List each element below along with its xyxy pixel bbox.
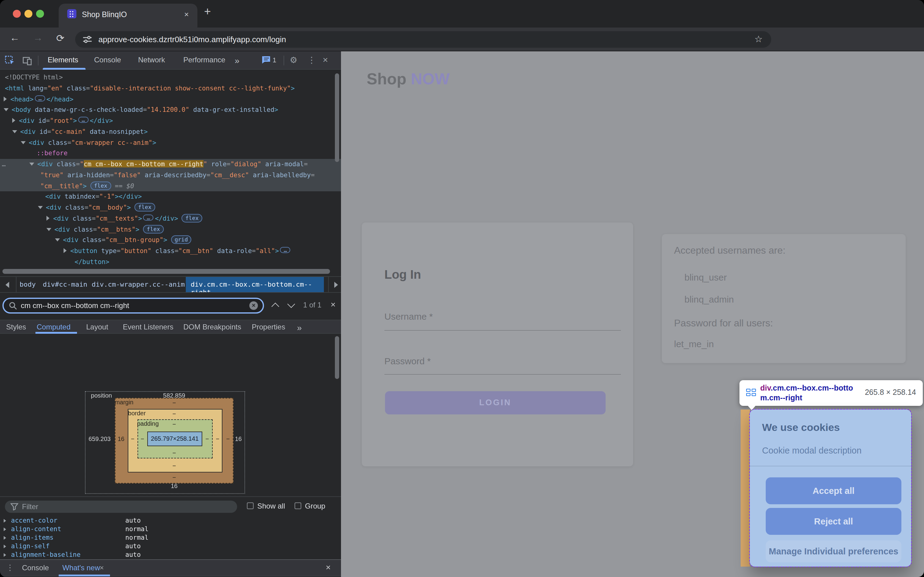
breadcrumb-body[interactable]: body: [19, 280, 36, 288]
expand-arrow-icon[interactable]: [4, 96, 7, 101]
collapse-arrow-icon[interactable]: [55, 239, 60, 242]
devtools-tab-console[interactable]: Console: [94, 56, 121, 64]
flex-badge[interactable]: flex: [182, 214, 202, 222]
group-checkbox[interactable]: [295, 503, 301, 509]
devtools-settings-icon[interactable]: ⚙: [290, 55, 297, 65]
tab-computed[interactable]: Computed: [37, 323, 71, 331]
inspect-element-icon[interactable]: [5, 56, 15, 66]
search-input[interactable]: cm cm--box cm--bottom cm--right ×: [2, 298, 264, 314]
bookmark-star-icon[interactable]: ☆: [754, 34, 763, 45]
new-tab-button[interactable]: +: [204, 5, 211, 18]
traffic-minimize-button[interactable]: [24, 10, 32, 18]
search-query[interactable]: cm cm--box cm--bottom cm--right: [21, 301, 129, 310]
collapse-arrow-icon[interactable]: [38, 206, 43, 209]
url-text[interactable]: approve-cookies.dzrtr0k51i0mo.amplifyapp…: [98, 35, 286, 44]
flex-badge[interactable]: flex: [90, 181, 111, 190]
tab-layout[interactable]: Layout: [86, 323, 108, 331]
password-field[interactable]: Password *: [385, 356, 431, 366]
traffic-zoom-button[interactable]: [36, 10, 44, 18]
reject-all-button[interactable]: Reject all: [766, 508, 901, 535]
drawer-tab-whats-new[interactable]: What's new: [62, 564, 100, 572]
collapse-arrow-icon[interactable]: [4, 108, 8, 111]
tab-styles[interactable]: Styles: [6, 323, 26, 331]
collapse-arrow-icon[interactable]: [29, 163, 34, 166]
expand-dots-icon[interactable]: …: [78, 117, 89, 123]
collapse-arrow-icon[interactable]: [47, 228, 52, 231]
group-label[interactable]: Group: [305, 502, 325, 510]
breadcrumb-cc-main[interactable]: div#cc-main: [43, 280, 87, 288]
issues-count[interactable]: 1: [272, 56, 276, 64]
dom-tree-line[interactable]: <div class="cm__body">flex: [0, 202, 341, 213]
expand-dots-icon[interactable]: …: [35, 95, 45, 101]
show-all-checkbox[interactable]: [247, 503, 254, 509]
drawer-close-icon[interactable]: ×: [326, 562, 331, 572]
dom-tree-line[interactable]: <div id="cc-main" data-nosnippet>: [0, 127, 341, 137]
drawer-kebab-icon[interactable]: ⋮: [6, 563, 14, 572]
grid-badge[interactable]: grid: [171, 235, 191, 244]
filter-input[interactable]: Filter: [5, 501, 237, 513]
tab-event-listeners[interactable]: Event Listeners: [123, 323, 173, 331]
dom-tree-line[interactable]: ::before: [0, 148, 341, 159]
breadcrumb-selected[interactable]: div.cm.cm--box.cm--bottom.cm--right: [186, 277, 324, 292]
sidebar-more-tabs-icon[interactable]: »: [297, 323, 302, 332]
expand-arrow-icon[interactable]: [12, 118, 15, 123]
issues-icon[interactable]: [262, 56, 271, 64]
dom-tree-line[interactable]: <body data-new-gr-c-s-check-loaded="14.1…: [0, 105, 341, 116]
flex-badge[interactable]: flex: [143, 225, 163, 233]
devtools-tab-performance[interactable]: Performance: [184, 56, 225, 64]
expand-dots-icon[interactable]: …: [143, 214, 154, 221]
expand-arrow-icon[interactable]: [64, 248, 67, 253]
whats-new-tab-close-icon[interactable]: ×: [100, 564, 104, 572]
property-row[interactable]: align-contentnormal: [0, 524, 341, 533]
breadcrumb-scroll-right[interactable]: [328, 277, 341, 292]
address-bar[interactable]: approve-cookies.dzrtr0k51i0mo.amplifyapp…: [75, 31, 771, 48]
browser-tab[interactable]: Shop BlinqIO ×: [59, 4, 197, 27]
search-close-icon[interactable]: ×: [331, 300, 335, 309]
property-row[interactable]: align-itemsnormal: [0, 533, 341, 542]
devtools-kebab-icon[interactable]: ⋮: [307, 55, 316, 65]
dom-tree-line[interactable]: <html lang="en" class="disable--interact…: [0, 83, 341, 94]
dom-tree-line[interactable]: "true" aria-hidden="false" aria-describe…: [0, 170, 341, 181]
property-row[interactable]: align-selfauto: [0, 542, 341, 550]
forward-icon[interactable]: →: [33, 32, 43, 44]
more-tabs-icon[interactable]: »: [235, 56, 240, 65]
flex-badge[interactable]: flex: [134, 203, 155, 211]
devtools-tab-elements[interactable]: Elements: [48, 56, 78, 64]
search-prev-icon[interactable]: [271, 303, 279, 310]
breadcrumb-cm-wrapper[interactable]: div.cm-wrapper.cc--anim: [92, 280, 185, 288]
show-all-label[interactable]: Show all: [257, 502, 285, 510]
tab-close-icon[interactable]: ×: [184, 10, 189, 19]
traffic-close-button[interactable]: [13, 10, 21, 18]
device-toolbar-icon[interactable]: [22, 56, 32, 66]
expand-dots-icon[interactable]: …: [280, 247, 291, 253]
site-info-icon[interactable]: [82, 35, 93, 44]
reload-icon[interactable]: ⟳: [56, 32, 64, 44]
dom-tree-line[interactable]: <div class="cm__btn-group">grid: [0, 235, 341, 246]
dom-tree-line[interactable]: <div class="cm__btns">flex: [0, 224, 341, 235]
dom-tree-line[interactable]: <div class="cm__texts">…</div>flex: [0, 213, 341, 224]
search-next-icon[interactable]: [287, 300, 295, 308]
dom-tree-line[interactable]: <head>…</head>: [0, 94, 341, 105]
breadcrumb-scroll-left[interactable]: [0, 277, 16, 292]
login-button[interactable]: LOGIN: [385, 391, 605, 414]
drawer-tab-console[interactable]: Console: [22, 564, 49, 572]
back-icon[interactable]: ←: [10, 32, 19, 44]
dom-tree-line[interactable]: <!DOCTYPE html>: [0, 72, 341, 83]
node-menu-dots-icon[interactable]: …: [2, 159, 6, 170]
devtools-close-icon[interactable]: ×: [323, 55, 328, 65]
dom-tree-line[interactable]: <button type="button" class="cm__btn" da…: [0, 246, 341, 257]
accept-all-button[interactable]: Accept all: [766, 477, 901, 504]
tab-dom-breakpoints[interactable]: DOM Breakpoints: [184, 323, 241, 331]
property-row[interactable]: accent-colorauto: [0, 516, 341, 524]
search-clear-icon[interactable]: ×: [250, 301, 258, 310]
username-field[interactable]: Username *: [385, 311, 433, 321]
collapse-arrow-icon[interactable]: [21, 141, 26, 144]
dom-tree-line[interactable]: <div tabindex="-1"></div>: [0, 192, 341, 203]
dom-tree-line[interactable]: …<div class="cm cm--box cm--bottom cm--r…: [0, 159, 341, 170]
elements-horizontal-scrollbar[interactable]: [2, 269, 330, 274]
elements-vertical-scrollbar[interactable]: [335, 73, 339, 162]
collapse-arrow-icon[interactable]: [12, 130, 17, 133]
box-model-content[interactable]: 265.797×258.141: [147, 432, 202, 446]
property-row[interactable]: alignment-baselineauto: [0, 550, 341, 559]
dom-tree-line[interactable]: "cm__title">flex == $0: [0, 181, 341, 192]
